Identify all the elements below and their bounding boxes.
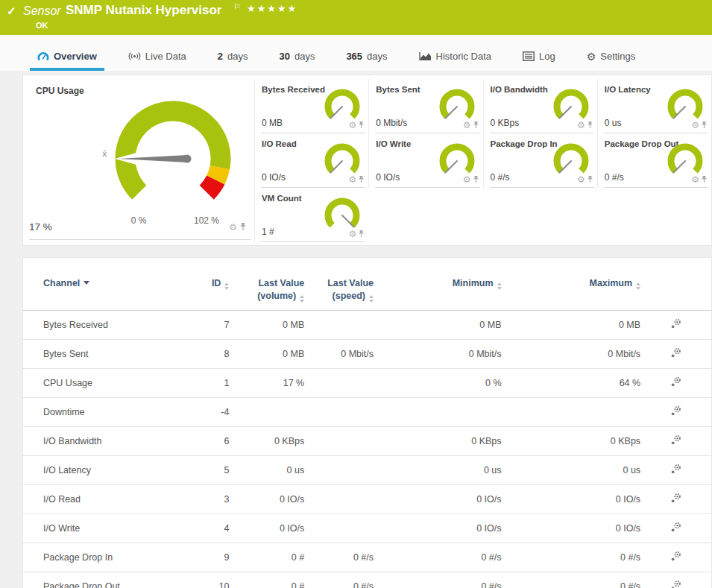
tab-log[interactable]: Log xyxy=(515,45,563,71)
gear-icon[interactable]: ⚙ xyxy=(463,121,471,130)
channel-settings-icon[interactable] xyxy=(670,347,681,361)
status-badge: OK xyxy=(36,21,48,30)
gauge-icon xyxy=(37,51,49,61)
pin-icon[interactable] xyxy=(239,221,247,234)
log-icon xyxy=(523,51,535,61)
channel-settings-icon[interactable] xyxy=(670,464,681,477)
col-header-maximum[interactable]: Maximum xyxy=(502,258,641,310)
channel-settings-icon[interactable] xyxy=(670,522,681,535)
tab-bar: Overview Live Data 2 days 30 days 365 da… xyxy=(0,35,712,71)
channel-settings-icon[interactable] xyxy=(670,405,681,419)
gauge-title: I/O Bandwidth xyxy=(491,85,548,94)
priority-stars[interactable]: ★★★★★ xyxy=(247,3,297,14)
sensor-header: ✓ Sensor SNMP Nutanix Hypervisor ⚐ ★★★★★… xyxy=(0,0,712,35)
pin-icon[interactable] xyxy=(587,118,593,132)
channel-name: I/O Latency xyxy=(23,455,183,484)
gear-icon[interactable]: ⚙ xyxy=(463,175,471,184)
sensor-title: SNMP Nutanix Hypervisor xyxy=(66,3,221,18)
object-kind-label: Sensor xyxy=(23,4,61,18)
tab-settings[interactable]: ⚙ Settings xyxy=(579,45,643,71)
maximum-value: 0 us xyxy=(502,455,641,484)
channel-id: 7 xyxy=(183,310,230,339)
last-value-volume: 17 % xyxy=(229,368,304,397)
pin-icon[interactable] xyxy=(358,227,365,241)
gauge-title: I/O Write xyxy=(376,139,411,148)
channel-id: 5 xyxy=(183,455,230,484)
gauge-value: 0 IO/s xyxy=(262,172,286,183)
gear-icon[interactable]: ⚙ xyxy=(348,121,356,130)
channel-id: 6 xyxy=(183,426,230,455)
col-header-id[interactable]: ID xyxy=(183,258,230,310)
gear-icon[interactable]: ⚙ xyxy=(691,121,699,130)
tab-overview[interactable]: Overview xyxy=(30,45,104,71)
pin-icon[interactable] xyxy=(473,118,479,132)
minimum-value: 0 #/s xyxy=(374,543,501,572)
mini-gauge-cell: I/O Bandwidth 0 KBps ⚙ xyxy=(483,79,597,133)
channel-table: Channel ID Last Value (volume) Last Valu… xyxy=(23,258,711,588)
tab-label: days xyxy=(294,51,315,62)
gear-icon[interactable]: ⚙ xyxy=(229,223,237,232)
gauge-value: 1 # xyxy=(262,227,274,237)
last-value-speed xyxy=(304,310,374,339)
tab-2-days[interactable]: 2 days xyxy=(210,45,256,71)
last-value-volume: 0 MB xyxy=(229,339,304,368)
gear-icon[interactable]: ⚙ xyxy=(577,121,585,130)
tab-live-data[interactable]: Live Data xyxy=(121,45,194,71)
channel-settings-icon[interactable] xyxy=(670,493,681,506)
gauge-value: 0 #/s xyxy=(605,172,624,183)
mini-gauge-cell: Package Drop Out 0 #/s ⚙ xyxy=(597,133,711,188)
tab-number: 2 xyxy=(218,51,223,62)
mini-gauge-cell: Bytes Sent 0 Mbit/s ⚙ xyxy=(368,79,482,133)
pin-icon[interactable] xyxy=(473,173,479,186)
maximum-value: 0 Mbit/s xyxy=(502,339,641,368)
channel-settings-icon[interactable] xyxy=(670,551,681,564)
channel-settings-icon[interactable] xyxy=(670,376,681,390)
tab-label: Overview xyxy=(54,51,97,62)
tab-30-days[interactable]: 30 days xyxy=(271,45,322,71)
gear-icon[interactable]: ⚙ xyxy=(348,175,356,184)
status-check-icon: ✓ xyxy=(7,4,16,18)
minimum-value: 0 us xyxy=(374,455,501,484)
tab-label: Historic Data xyxy=(436,51,491,62)
col-header-minimum[interactable]: Minimum xyxy=(374,258,501,310)
live-icon xyxy=(128,51,141,61)
channel-id: -4 xyxy=(183,397,230,426)
gauge-title: Bytes Sent xyxy=(376,85,420,94)
gauge-title: Bytes Received xyxy=(262,85,325,94)
gear-icon[interactable]: ⚙ xyxy=(577,175,585,184)
average-marker: x̄ xyxy=(102,149,107,159)
gear-icon[interactable]: ⚙ xyxy=(348,230,356,238)
mini-gauge-cell: Bytes Received 0 MB ⚙ xyxy=(254,79,368,133)
pin-icon[interactable] xyxy=(701,118,708,132)
pin-icon[interactable] xyxy=(358,173,365,186)
minimum-value: 0 MB xyxy=(374,310,501,339)
maximum-value: 0 KBps xyxy=(502,426,641,455)
gauge-value: 0 IO/s xyxy=(376,172,400,183)
col-header-last-value-volume[interactable]: Last Value (volume) xyxy=(229,258,304,310)
tab-label: days xyxy=(227,51,248,62)
channel-id: 8 xyxy=(183,339,230,368)
gauge-value: 0 us xyxy=(605,118,622,128)
channel-settings-icon[interactable] xyxy=(670,434,681,448)
pin-icon[interactable] xyxy=(701,173,708,186)
channel-settings-icon[interactable] xyxy=(670,318,681,332)
last-value-volume: 0 KBps xyxy=(229,426,304,455)
col-header-channel[interactable]: Channel xyxy=(23,258,183,310)
pin-icon[interactable] xyxy=(587,173,593,186)
channel-name: Bytes Sent xyxy=(23,339,183,368)
cell-divider xyxy=(261,241,365,242)
pin-icon[interactable] xyxy=(358,118,365,132)
tab-historic-data[interactable]: Historic Data xyxy=(412,45,499,71)
table-row: I/O Write 4 0 IO/s 0 IO/s 0 IO/s xyxy=(23,513,711,543)
channel-name: I/O Read xyxy=(23,484,183,513)
tab-365-days[interactable]: 365 days xyxy=(338,45,394,71)
sort-desc-icon xyxy=(84,281,89,285)
col-header-last-value-speed[interactable]: Last Value (speed) xyxy=(304,258,374,310)
last-value-volume: 0 # xyxy=(229,572,304,588)
flag-icon[interactable]: ⚐ xyxy=(233,2,241,12)
minimum-value: 0 KBps xyxy=(374,426,501,455)
gear-icon[interactable]: ⚙ xyxy=(691,175,699,184)
table-row: Bytes Sent 8 0 MB 0 Mbit/s 0 Mbit/s 0 Mb… xyxy=(23,339,711,368)
mini-gauge-cell: I/O Write 0 IO/s ⚙ xyxy=(368,133,482,188)
channel-settings-icon[interactable] xyxy=(670,580,681,588)
